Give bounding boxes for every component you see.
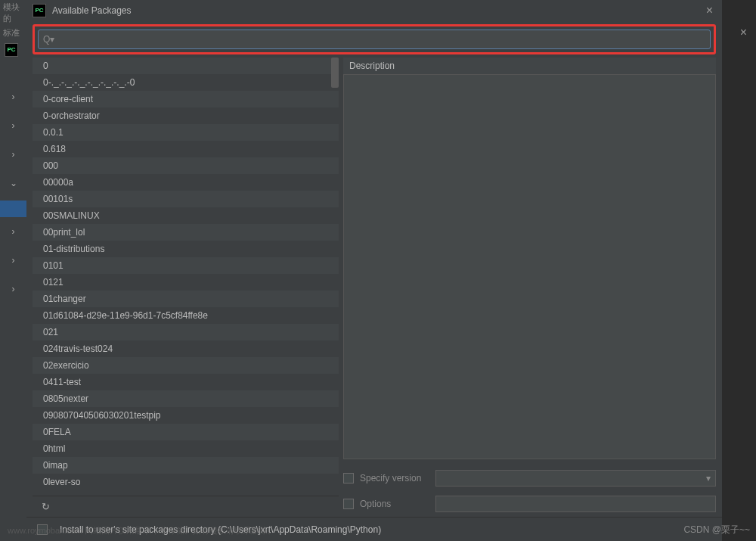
selected-tree-item[interactable] <box>0 201 26 217</box>
back-pc-icon: PC <box>5 43 18 57</box>
version-select[interactable]: ▾ <box>435 470 716 487</box>
package-item[interactable]: 0imap <box>33 457 339 474</box>
options-checkbox[interactable] <box>343 499 354 509</box>
package-item[interactable]: 021 <box>33 324 339 340</box>
description-body <box>343 74 716 459</box>
search-highlight: Q▾ <box>33 24 716 54</box>
package-item[interactable]: 0.0.1 <box>33 124 339 141</box>
specify-version-checkbox[interactable] <box>343 473 354 483</box>
search-box[interactable]: Q▾ <box>38 30 711 49</box>
package-item[interactable]: 0-._.-._.-._.-._.-._.-._.-0 <box>33 74 339 91</box>
search-icon: Q▾ <box>43 34 54 45</box>
package-item[interactable]: 0-core-client <box>33 91 339 107</box>
watermark: CSDN @栗子~~ <box>683 524 750 536</box>
tree-chevron-icon[interactable]: › <box>0 217 26 246</box>
specify-version-label: Specify version <box>360 473 435 483</box>
tree-chevron-icon[interactable]: › <box>0 246 26 275</box>
tree-chevron-icon[interactable]: › <box>0 111 26 140</box>
package-item[interactable]: 0121 <box>33 274 339 291</box>
package-item[interactable]: 0411-test <box>33 374 339 390</box>
package-item[interactable]: 01changer <box>33 291 339 307</box>
package-list[interactable]: 00-._.-._.-._.-._.-._.-._.-00-core-clien… <box>33 58 339 496</box>
tree-chevron-icon[interactable]: › <box>0 275 26 303</box>
package-item[interactable]: 0101 <box>33 257 339 274</box>
tree-chevron-icon[interactable]: › <box>0 140 26 169</box>
package-item[interactable]: 01d61084-d29e-11e9-96d1-7c5cf84ffe8e <box>33 307 339 324</box>
package-item[interactable]: 000 <box>33 157 339 174</box>
package-item[interactable]: 0FELA <box>33 424 339 440</box>
package-item[interactable]: 090807040506030201testpip <box>33 407 339 424</box>
options-input[interactable] <box>435 496 716 512</box>
tree-chevron-down-icon[interactable]: ⌄ <box>0 169 26 197</box>
package-item[interactable]: 00print_lol <box>33 224 339 241</box>
package-item[interactable]: 0.618 <box>33 141 339 157</box>
description-header: Description <box>343 58 716 74</box>
package-item[interactable]: 0805nexter <box>33 390 339 407</box>
package-item[interactable]: 00000a <box>33 174 339 191</box>
package-item[interactable]: 0html <box>33 440 339 457</box>
package-item[interactable]: 02exercicio <box>33 357 339 374</box>
package-item[interactable]: 0-orchestrator <box>33 107 339 124</box>
dialog-title: Available Packages <box>52 5 703 16</box>
source-notice: www.roymoban.com 网站图片仅用展示，非存储。如有侵权请联系删除。 <box>8 525 276 536</box>
options-label: Options <box>360 499 435 509</box>
pycharm-icon: PC <box>33 4 46 17</box>
search-input[interactable] <box>54 34 705 45</box>
titlebar: PC Available Packages × <box>26 0 722 21</box>
available-packages-dialog: PC Available Packages × Q▾ 00-._.-._.-._… <box>26 0 722 541</box>
close-icon[interactable]: × <box>703 4 716 17</box>
tree-chevron-icon[interactable]: › <box>0 82 26 111</box>
scrollbar-thumb[interactable] <box>331 58 339 88</box>
background-close-icon[interactable]: × <box>731 23 756 42</box>
package-item[interactable]: 01-distributions <box>33 241 339 257</box>
package-item[interactable]: 0 <box>33 58 339 74</box>
package-item[interactable]: 024travis-test024 <box>33 340 339 357</box>
package-item[interactable]: 00101s <box>33 191 339 207</box>
package-item[interactable]: 0lever-so <box>33 474 339 490</box>
refresh-icon[interactable]: ↻ <box>42 501 50 512</box>
package-item[interactable]: 00SMALINUX <box>33 207 339 224</box>
